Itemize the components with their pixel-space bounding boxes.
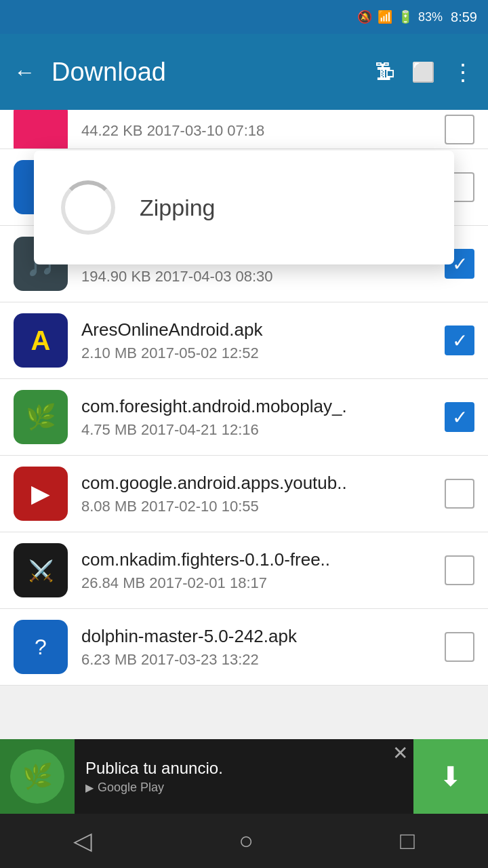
file-info: dolphin-master-5.0-242.apk 6.23 MB 2017-…: [81, 625, 431, 669]
status-bar: 🔕 📶 🔋 83% 8:59: [0, 0, 488, 34]
status-icons: 🔕 📶 🔋 83% 8:59: [357, 9, 477, 25]
file-info: com.nkadim.fighters-0.1.0-free.. 26.84 M…: [81, 549, 431, 592]
app-bar: ← Download 🗜 ⬜ ⋮: [0, 34, 488, 110]
window-button[interactable]: ⬜: [411, 61, 435, 83]
ad-subtitle: ▶ Google Play: [85, 781, 403, 795]
file-name: dolphin-master-5.0-242.apk: [81, 625, 431, 648]
file-icon: ?: [14, 620, 68, 674]
home-nav-button[interactable]: ○: [239, 827, 253, 855]
file-checkbox[interactable]: [445, 632, 474, 662]
page-title: Download: [52, 58, 359, 87]
bottom-nav: ◁ ○ □: [0, 814, 488, 868]
ad-title: Publica tu anuncio.: [85, 759, 403, 778]
file-checkbox[interactable]: [445, 555, 474, 585]
time: 8:59: [451, 9, 477, 25]
wifi-icon: 📶: [378, 9, 392, 24]
ad-logo: 🌿: [0, 739, 75, 814]
dialog-overlay: Zipping: [0, 110, 488, 517]
back-button[interactable]: ←: [14, 60, 35, 85]
zip-button[interactable]: 🗜: [375, 60, 395, 83]
battery-percent: 83%: [418, 10, 443, 24]
recent-nav-button[interactable]: □: [400, 827, 415, 855]
file-meta: 26.84 MB 2017-02-01 18:17: [81, 574, 431, 592]
list-item[interactable]: ? dolphin-master-5.0-242.apk 6.23 MB 201…: [0, 609, 488, 686]
list-item[interactable]: ⚔️ com.nkadim.fighters-0.1.0-free.. 26.8…: [0, 532, 488, 609]
dialog-box: Zipping: [34, 151, 454, 264]
loading-spinner: [61, 180, 115, 235]
more-button[interactable]: ⋮: [451, 58, 474, 85]
dialog-message: Zipping: [140, 195, 216, 221]
file-icon: ⚔️: [14, 543, 68, 597]
back-nav-button[interactable]: ◁: [73, 827, 92, 855]
file-meta: 6.23 MB 2017-03-23 13:22: [81, 651, 431, 669]
ad-logo-icon: 🌿: [10, 749, 64, 804]
battery-icon: 🔋: [398, 9, 413, 24]
file-name: com.nkadim.fighters-0.1.0-free..: [81, 549, 431, 572]
ad-close-button[interactable]: ✕: [392, 742, 408, 764]
ad-download-button[interactable]: ⬇: [413, 739, 488, 814]
ad-content: Publica tu anuncio. ▶ Google Play: [75, 759, 413, 795]
mute-icon: 🔕: [357, 9, 372, 24]
ad-banner[interactable]: 🌿 Publica tu anuncio. ▶ Google Play ✕ ⬇: [0, 739, 488, 814]
